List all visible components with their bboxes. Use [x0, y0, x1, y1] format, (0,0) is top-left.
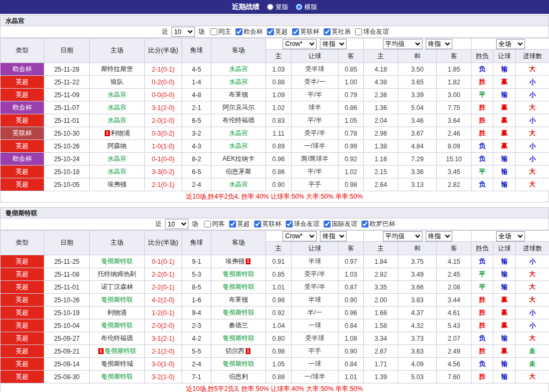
home-team[interactable]: 曼彻斯特联	[90, 319, 145, 332]
odds-time-select[interactable]: 终指	[320, 39, 347, 49]
away-team[interactable]: 曼彻斯特联	[211, 281, 266, 294]
away-team[interactable]: 阿尔克马尔	[211, 101, 266, 114]
handicap-line: 受半球	[292, 332, 339, 345]
home-team[interactable]: 水晶宫	[90, 153, 145, 166]
avg-away-odds: 2.07	[437, 332, 472, 345]
odds-source-select[interactable]: Crow*	[283, 231, 317, 241]
away-team[interactable]: 曼彻斯特联	[211, 358, 266, 371]
result-handicap: 赢	[493, 114, 516, 127]
home-team[interactable]: 托特纳姆热刺	[90, 268, 145, 281]
layout-radio-vertical[interactable]: 竖版	[267, 3, 288, 12]
avg-source-select[interactable]: 平均值	[383, 231, 422, 241]
filter-option-2[interactable]: 英联杯	[254, 219, 281, 229]
filter-checkbox-3[interactable]	[286, 221, 293, 228]
home-team[interactable]: 曼彻斯特联	[90, 255, 145, 268]
handicap-line: 受半球	[292, 63, 339, 76]
home-team[interactable]: 1曼彻斯特联	[90, 345, 145, 358]
filter-option-0[interactable]: 同客	[204, 219, 225, 229]
away-team[interactable]: 切尔西1	[211, 345, 266, 358]
layout-radio-input-1[interactable]	[296, 4, 302, 10]
filter-checkbox-5[interactable]	[362, 221, 368, 228]
home-team[interactable]: 阿森纳	[90, 140, 145, 153]
home-team[interactable]: 曼彻斯特联	[90, 294, 145, 307]
filter-option-3[interactable]: 球会友谊	[286, 219, 319, 229]
filter-option-2[interactable]: 英超	[267, 27, 288, 36]
layout-radio-input-0[interactable]	[267, 4, 273, 10]
avg-home-odds: 2.00	[364, 294, 398, 307]
home-team[interactable]: 水晶宫	[90, 101, 145, 114]
home-team[interactable]: 水晶宫	[90, 89, 145, 101]
away-team[interactable]: 水晶宫	[211, 76, 266, 89]
avg-time-select[interactable]: 终指	[426, 231, 452, 241]
filter-checkbox-1[interactable]	[229, 221, 236, 228]
away-team[interactable]: 桑德兰	[211, 319, 266, 332]
home-team[interactable]: 曼彻斯特城	[90, 358, 145, 371]
filter-option-4[interactable]: 英社盾	[324, 27, 351, 36]
filter-option-5[interactable]: 球会友谊	[355, 27, 389, 36]
corner-score: 2-4	[182, 178, 211, 191]
home-team[interactable]: 1利物浦	[90, 127, 145, 140]
away-team[interactable]: 曼彻斯特联	[211, 268, 266, 281]
home-team[interactable]: 利物浦	[90, 307, 145, 319]
filter-option-3[interactable]: 英联杯	[292, 27, 319, 36]
away-team[interactable]: 水晶宫	[211, 63, 266, 76]
result-outcome: 平	[472, 89, 493, 101]
odds-source-select[interactable]: Crow*	[283, 39, 317, 49]
home-team[interactable]: 斯特拉斯堡	[90, 63, 145, 76]
away-team[interactable]: 曼彻斯特联	[211, 332, 266, 345]
away-team[interactable]: 水晶宫	[211, 140, 266, 153]
away-team-name: 水晶宫	[229, 129, 248, 137]
away-odds: 1.01	[339, 371, 364, 383]
away-odds: 0.90	[339, 345, 364, 358]
filter-checkbox-1[interactable]	[236, 28, 242, 35]
filter-checkbox-2[interactable]	[254, 221, 261, 228]
scope-select[interactable]: 全场	[496, 39, 525, 49]
avg-time-select[interactable]: 终指	[426, 39, 452, 49]
filter-checkbox-5[interactable]	[355, 28, 362, 35]
filter-option-0[interactable]: 同主	[210, 27, 231, 36]
filter-checkbox-2[interactable]	[267, 28, 274, 35]
home-team[interactable]: 埃弗顿	[90, 178, 145, 191]
filter-option-1[interactable]: 英超	[229, 219, 250, 229]
filter-option-1[interactable]: 欧会杯	[236, 27, 263, 36]
filter-checkbox-0[interactable]	[204, 221, 211, 228]
home-team[interactable]: 狼队	[90, 76, 145, 89]
away-team[interactable]: 布莱顿	[211, 89, 266, 101]
filter-option-5[interactable]: 欧罗巴杯	[362, 219, 395, 229]
away-team[interactable]: 水晶宫	[211, 178, 266, 191]
away-team[interactable]: 伯恩茅斯	[211, 166, 266, 178]
layout-radio-horizontal[interactable]: 横版	[296, 3, 317, 12]
away-team[interactable]: 伯恩利	[211, 371, 266, 383]
filter-checkbox-4[interactable]	[324, 221, 331, 228]
away-team[interactable]: 水晶宫	[211, 127, 266, 140]
corner-score: 4-8	[182, 89, 211, 101]
scope-select-group: 全场	[472, 38, 549, 50]
home-team[interactable]: 水晶宫	[90, 114, 145, 127]
match-row: 英联杯25-10-301利物浦0-3(0-2)3-2水晶宫1.11受平/半0.7…	[1, 127, 549, 140]
filter-checkbox-3[interactable]	[292, 28, 299, 35]
matches-count-select[interactable]: 10	[171, 27, 195, 37]
away-team[interactable]: 布伦特福德	[211, 114, 266, 127]
matches-count-select[interactable]: 10	[165, 219, 189, 229]
avg-draw-odds: 3.46	[398, 114, 437, 127]
avg-source-select[interactable]: 平均值	[383, 39, 422, 49]
home-team[interactable]: 布伦特福德	[90, 332, 145, 345]
odds-time-select[interactable]: 终指	[320, 231, 347, 241]
filter-checkbox-4[interactable]	[324, 28, 331, 35]
away-team[interactable]: 布莱顿	[211, 294, 266, 307]
avg-home-odds: 2.67	[364, 345, 398, 358]
home-team[interactable]: 诺丁汉森林	[90, 281, 145, 294]
filter-option-4[interactable]: 国际友谊	[324, 219, 357, 229]
away-team[interactable]: AEK拉纳卡	[211, 153, 266, 166]
match-date: 25-10-26	[44, 140, 90, 153]
away-team[interactable]: 曼彻斯特联	[211, 307, 266, 319]
league-badge: 欧会杯	[1, 153, 44, 166]
avg-home-odds: 2.04	[364, 114, 398, 127]
result-outcome: 负	[472, 358, 493, 371]
match-row: 英超25-09-27布伦特福德3-1(2-1)4-2曼彻斯特联0.80受半球1.…	[1, 332, 549, 345]
away-team[interactable]: 埃弗顿1	[211, 255, 266, 268]
filter-checkbox-0[interactable]	[210, 28, 217, 35]
scope-select[interactable]: 全场	[496, 231, 525, 241]
home-team[interactable]: 曼彻斯特联	[90, 371, 145, 383]
home-team[interactable]: 水晶宫	[90, 166, 145, 178]
